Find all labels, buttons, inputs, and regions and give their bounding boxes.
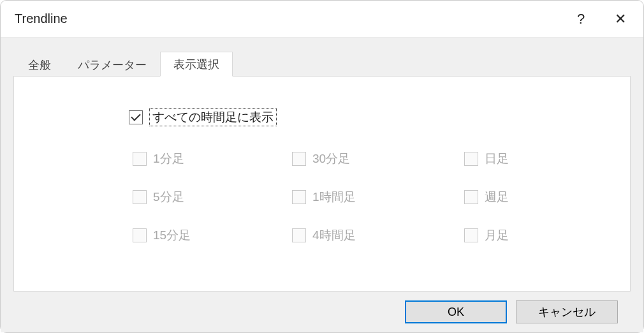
timeframe-m30-checkbox[interactable] — [292, 152, 306, 166]
tab-label: パラメーター — [78, 59, 147, 71]
timeframe-mn1: 月足 — [464, 227, 592, 244]
tab-general[interactable]: 全般 — [15, 52, 64, 77]
button-bar: OK キャンセル — [13, 292, 631, 332]
show-all-checkbox[interactable] — [129, 110, 143, 124]
cancel-button[interactable]: キャンセル — [516, 300, 618, 323]
timeframe-h1-label: 1時間足 — [312, 189, 356, 205]
ok-button-label: OK — [448, 306, 464, 319]
timeframe-h4-label: 4時間足 — [312, 227, 356, 244]
visualization-panel: すべての時間足に表示 1分足 30分足 日足 5分足 — [13, 76, 631, 292]
timeframe-w1-checkbox[interactable] — [464, 190, 478, 204]
timeframe-m15: 15分足 — [133, 227, 286, 244]
timeframe-m5-checkbox[interactable] — [133, 190, 147, 204]
timeframe-d1-checkbox[interactable] — [464, 152, 478, 166]
timeframe-d1: 日足 — [464, 151, 592, 167]
dialog-title: Trendline — [15, 11, 564, 26]
tab-visualization[interactable]: 表示選択 — [160, 52, 233, 77]
timeframe-grid: 1分足 30分足 日足 5分足 1時間足 — [133, 151, 604, 244]
help-button[interactable]: ? — [564, 4, 597, 34]
timeframe-mn1-label: 月足 — [485, 227, 509, 244]
timeframe-m15-checkbox[interactable] — [133, 228, 147, 242]
tab-label: 表示選択 — [173, 58, 219, 71]
tab-label: 全般 — [28, 59, 51, 71]
timeframe-w1-label: 週足 — [485, 189, 509, 205]
tab-parameters[interactable]: パラメーター — [64, 52, 160, 77]
timeframe-m5: 5分足 — [133, 189, 286, 205]
ok-button[interactable]: OK — [405, 300, 507, 323]
timeframe-w1: 週足 — [464, 189, 592, 205]
timeframe-m1: 1分足 — [133, 151, 286, 167]
close-icon: ✕ — [615, 11, 626, 27]
titlebar: Trendline ? ✕ — [1, 1, 643, 38]
timeframe-h1: 1時間足 — [292, 189, 458, 205]
show-all-label: すべての時間足に表示 — [149, 108, 277, 126]
timeframe-h4: 4時間足 — [292, 227, 458, 244]
timeframe-d1-label: 日足 — [485, 151, 509, 167]
show-all-row: すべての時間足に表示 — [129, 108, 604, 126]
timeframe-m1-checkbox[interactable] — [133, 152, 147, 166]
close-button[interactable]: ✕ — [604, 4, 637, 34]
help-icon: ? — [577, 11, 585, 27]
timeframe-mn1-checkbox[interactable] — [464, 228, 478, 242]
timeframe-m1-label: 1分足 — [153, 151, 184, 167]
trendline-dialog: Trendline ? ✕ 全般 パラメーター 表示選択 すべての時間足に表示 — [0, 0, 644, 333]
timeframe-h4-checkbox[interactable] — [292, 228, 306, 242]
timeframe-m30: 30分足 — [292, 151, 458, 167]
timeframe-m5-label: 5分足 — [153, 189, 184, 205]
timeframe-m15-label: 15分足 — [153, 227, 191, 244]
timeframe-m30-label: 30分足 — [312, 151, 350, 167]
cancel-button-label: キャンセル — [538, 304, 596, 320]
timeframe-h1-checkbox[interactable] — [292, 190, 306, 204]
tab-strip: 全般 パラメーター 表示選択 — [15, 50, 631, 76]
dialog-body: 全般 パラメーター 表示選択 すべての時間足に表示 1分足 — [1, 38, 643, 332]
